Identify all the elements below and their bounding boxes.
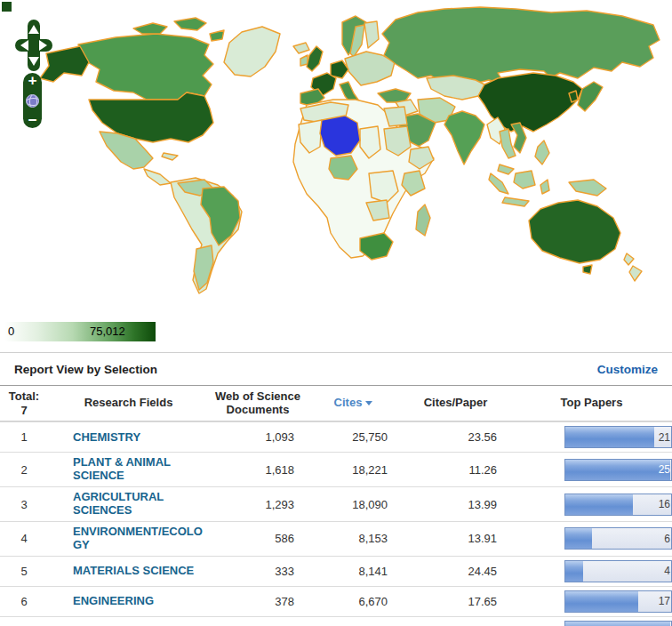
globe-reset-icon[interactable]: [26, 94, 39, 108]
legend-max-label: 75,012: [90, 325, 125, 338]
country-ireland[interactable]: [300, 55, 308, 66]
country-philippines[interactable]: [535, 140, 549, 165]
row-rank: 2: [0, 460, 53, 480]
cites-per-paper-value: 13.99: [400, 494, 511, 515]
top-papers-bar: 6: [564, 527, 672, 550]
cites-per-paper-value: 24.45: [400, 561, 511, 582]
top-papers-cell: 16: [511, 490, 672, 519]
table-row: 6ENGINEERING3786,67017.6517: [0, 586, 672, 616]
sort-descending-icon: [365, 401, 372, 405]
research-field-link[interactable]: AGRICULTURAL SCIENCES: [73, 491, 204, 518]
top-papers-value: 4: [664, 561, 670, 582]
country-japan[interactable]: [578, 82, 603, 111]
research-field-link[interactable]: ENGINEERING: [73, 595, 154, 608]
top-papers-value: 17: [659, 591, 670, 612]
zoom-in-button[interactable]: +: [28, 75, 37, 87]
world-choropleth-map[interactable]: [0, 0, 672, 311]
field-cell: MATERIALS SCIENCE: [53, 560, 209, 582]
cites-value: 18,090: [307, 494, 400, 515]
documents-value: 7,153: [209, 622, 307, 626]
top-papers-value: 6: [664, 528, 670, 549]
top-papers-bar-fill: [565, 591, 638, 612]
customize-link[interactable]: Customize: [597, 363, 658, 376]
choropleth-legend: 0 75,012: [4, 322, 156, 341]
field-cell: ENGINEERING: [53, 590, 209, 612]
top-papers-cell: 6: [511, 524, 672, 553]
country-indonesia[interactable]: [489, 171, 549, 206]
table-row: 4ENVIRONMENT/ECOLOGY5868,15313.916: [0, 521, 672, 556]
cites-per-paper-value: 11.26: [400, 460, 511, 480]
top-papers-bar-fill: [565, 561, 583, 582]
field-cell: PLANT & ANIMAL SCIENCE: [53, 453, 209, 486]
country-canada[interactable]: [78, 34, 213, 100]
documents-value: 586: [209, 528, 307, 549]
table-header-row: Total: 7 Research Fields Web of Science …: [0, 385, 672, 421]
country-finland[interactable]: [364, 21, 379, 48]
country-tasmania[interactable]: [583, 265, 592, 274]
top-papers-value: 25: [659, 460, 670, 480]
table-row: 0ALL FIELDS7,153111,17115.54101: [0, 616, 672, 626]
top-papers-bar: 4: [564, 560, 672, 582]
country-south-africa[interactable]: [360, 233, 393, 260]
column-research-fields[interactable]: Research Fields: [53, 393, 209, 413]
top-papers-bar: 25: [564, 459, 672, 481]
cites-value: 111,171: [307, 622, 400, 626]
total-count-header: Total: 7: [0, 386, 53, 421]
country-malaysia[interactable]: [498, 165, 514, 174]
cites-value: 8,141: [307, 561, 400, 582]
field-cell: ALL FIELDS: [53, 621, 209, 626]
top-papers-cell: 25: [511, 455, 672, 485]
cites-per-paper-value: 13.91: [400, 528, 511, 549]
country-cuba[interactable]: [162, 153, 178, 160]
top-papers-cell: 101: [511, 617, 672, 626]
country-australia[interactable]: [529, 200, 620, 263]
cites-per-paper-value: 23.56: [400, 427, 511, 447]
column-cites-sorted[interactable]: Cites: [307, 393, 400, 413]
row-rank: 3: [0, 494, 53, 515]
country-iceland[interactable]: [293, 43, 309, 53]
table-body: 1CHEMISTRY1,09325,75023.56212PLANT & ANI…: [0, 421, 672, 626]
top-papers-bar-fill: [565, 494, 633, 515]
top-papers-bar-fill: [565, 528, 592, 549]
country-thailand[interactable]: [500, 129, 516, 158]
row-rank: 0: [0, 622, 53, 626]
country-papua-new-guinea[interactable]: [569, 180, 606, 196]
documents-value: 1,618: [209, 460, 307, 480]
report-header-bar: Report View by Selection Customize: [0, 352, 672, 385]
row-rank: 1: [0, 427, 53, 447]
table-row: 5MATERIALS SCIENCE3338,14124.454: [0, 556, 672, 586]
map-zoom-control: + −: [23, 73, 42, 128]
row-rank: 6: [0, 591, 53, 612]
zoom-out-button[interactable]: −: [28, 114, 37, 126]
country-new-zealand[interactable]: [624, 253, 642, 281]
country-argentina[interactable]: [194, 245, 213, 290]
column-cites-per-paper[interactable]: Cites/Paper: [400, 393, 511, 413]
country-india[interactable]: [444, 111, 484, 165]
column-wos-documents[interactable]: Web of Science Documents: [209, 387, 307, 421]
table-row: 1CHEMISTRY1,09325,75023.5621: [0, 421, 672, 452]
table-row: 2PLANT & ANIMAL SCIENCE1,61818,22111.262…: [0, 452, 672, 486]
documents-value: 378: [209, 591, 307, 612]
top-papers-cell: 4: [511, 557, 672, 586]
map-section: + − 0 75,012: [0, 0, 672, 352]
legend-min-label: 0: [8, 325, 14, 338]
row-rank: 5: [0, 561, 53, 582]
research-field-link[interactable]: ENVIRONMENT/ECOLOGY: [73, 526, 204, 552]
cites-per-paper-value: 17.65: [400, 591, 511, 612]
research-field-link[interactable]: CHEMISTRY: [73, 431, 140, 445]
cites-per-paper-value: 15.54: [400, 622, 511, 626]
map-pan-control[interactable]: [15, 20, 52, 71]
top-papers-value: 101: [652, 622, 670, 626]
research-field-link[interactable]: MATERIALS SCIENCE: [73, 565, 194, 578]
country-greenland[interactable]: [224, 27, 280, 76]
documents-value: 1,293: [209, 494, 307, 515]
top-papers-bar: 21: [564, 426, 672, 448]
field-cell: CHEMISTRY: [53, 427, 209, 448]
cites-value: 8,153: [307, 528, 400, 549]
cites-value: 18,221: [307, 460, 400, 480]
column-top-papers[interactable]: Top Papers: [511, 393, 672, 413]
region-central-america[interactable]: [144, 169, 171, 185]
top-papers-bar: 101: [564, 621, 672, 626]
research-field-link[interactable]: PLANT & ANIMAL SCIENCE: [73, 456, 204, 483]
country-madagascar[interactable]: [416, 205, 430, 236]
